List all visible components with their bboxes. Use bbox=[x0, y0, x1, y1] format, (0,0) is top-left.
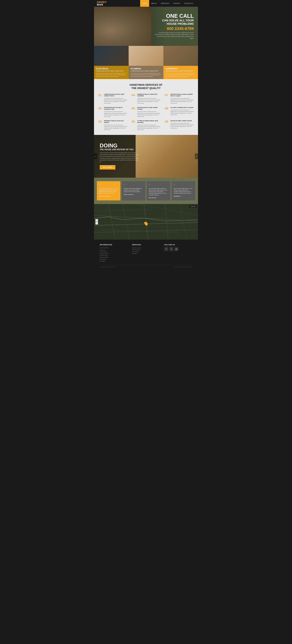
quality-item-title: ULLAMCO LABORIS NISI UT ALIQUIP bbox=[170, 107, 194, 108]
footer-info-link[interactable]: Incididunt ut labore bbox=[100, 253, 128, 255]
service-carpentry-image bbox=[164, 46, 198, 66]
hero-line3: HOUSE PROBLEMS bbox=[141, 22, 194, 26]
footer-info-link[interactable]: Elit enim ad minim bbox=[100, 256, 128, 258]
quality-number: 01 bbox=[98, 94, 102, 97]
social-icon-g+[interactable]: g+ bbox=[174, 247, 178, 251]
map-zoom-controls: + − bbox=[96, 219, 98, 224]
quality-item-title: DESERUNT MOLLIT ANIM ID EST LABORUM bbox=[137, 94, 160, 97]
doing-content: DOING THE HOUSE JOB INSTEAD OF YOU Lorem… bbox=[94, 143, 140, 170]
footer-follow-title: FOLLOW US bbox=[164, 244, 192, 246]
quality-item: 06 UT ENIM AD MINIM VENIAM, QUIS NOSTRUD… bbox=[132, 120, 160, 130]
svg-line-7 bbox=[180, 204, 186, 240]
footer-info-links: Conse cteturEiusmod temporIncididunt ut … bbox=[100, 249, 128, 262]
quality-text: ULLAMCO LABORIS NISI UT ALIQUIP Lorem ip… bbox=[170, 107, 194, 116]
nav-contacts[interactable]: CONTACTS bbox=[182, 0, 195, 7]
testimonial-name: SUNT IN CULPA bbox=[124, 194, 143, 195]
quality-item-title: LOREM IPSUM DOLOR SIT AMET CONSE CTETUR bbox=[104, 94, 127, 97]
nav-events[interactable]: EVENTS bbox=[171, 0, 182, 7]
hero-line1: ONE CALL bbox=[141, 13, 194, 19]
map-zoom-in[interactable]: + bbox=[96, 219, 98, 222]
doing-desc: Lorem ipsum dolor sit amet conse ctetur … bbox=[100, 152, 140, 163]
quality-text: EXERCITATION ULLAMCO LABORIS NISI UT ALI… bbox=[170, 94, 194, 104]
quality-item: 05 IPSUM DOLOR SIT AMET CONSE CTETUR Lor… bbox=[132, 107, 160, 117]
quality-text: UT ENIM AD MINIM VENIAM, QUIS NOSTRUD Lo… bbox=[137, 120, 160, 130]
carousel-next[interactable]: › bbox=[195, 154, 198, 159]
testimonial-card: " Sed do eiusmod tempor incididunt ut la… bbox=[147, 181, 170, 200]
quality-number: 02 bbox=[98, 107, 102, 110]
footer-info-link[interactable]: Exercitation bbox=[100, 260, 128, 262]
nav-home[interactable]: HOME bbox=[140, 0, 149, 7]
service-carpentry[interactable]: CARPENTRY LOREM IPSUM DOLOR SIT AMET CON… bbox=[164, 46, 198, 79]
footer-grid: INFORMATION Lorem ipsum dolor Conse ctet… bbox=[100, 244, 192, 262]
quality-item-desc: Lorem ipsum dolor sit amet conse ctetur … bbox=[170, 98, 194, 104]
testimonial-name: QUI OFFICIA bbox=[149, 197, 168, 198]
quality-item-desc: Lorem ipsum dolor sit amet conse ctetur … bbox=[104, 124, 127, 130]
footer-service-link[interactable]: Quis nostrud ut bbox=[132, 251, 160, 252]
quality-item-title: DOLOR SIT AMET CONSE CTETUR bbox=[170, 120, 194, 122]
footer-service-link[interactable]: Incididunt ut labore bbox=[132, 247, 160, 249]
quality-item-title: EXERCITATION ULLAMCO LABORIS NISI UT ALI… bbox=[170, 94, 194, 97]
service-plumbing-title: PLUMBING bbox=[130, 68, 161, 70]
quality-item: 07 EXERCITATION ULLAMCO LABORIS NISI UT … bbox=[165, 94, 194, 104]
quality-item: 01 LOREM IPSUM DOLOR SIT AMET CONSE CTET… bbox=[98, 94, 127, 104]
map-zoom-out[interactable]: − bbox=[96, 222, 98, 224]
footer-info-link[interactable]: Et dolore magna bbox=[100, 255, 128, 256]
quality-text: DOLOR SIT AMET CONSE CTETUR Lorem ipsum … bbox=[170, 120, 194, 129]
footer-privacy: TemplateMonster © 2015. Privacy Policy bbox=[174, 266, 192, 268]
service-carpentry-title: CARPENTRY bbox=[165, 68, 196, 70]
quality-item-desc: Lorem ipsum dolor sit amet conse ctetur … bbox=[137, 111, 160, 117]
hero-phone[interactable]: 800 2345-6789 bbox=[141, 26, 194, 31]
service-carpentry-desc: Lorem ipsum dolor sit amet conse ctetur … bbox=[165, 72, 196, 77]
quality-item-desc: Lorem ipsum dolor sit amet conse ctetur … bbox=[170, 109, 194, 116]
footer-follow: FOLLOW US ftg+ bbox=[164, 244, 192, 262]
social-icon-f[interactable]: f bbox=[164, 247, 168, 251]
quality-text: PRODIENT, SUNT IN CULPA QUI OFFICIA Lore… bbox=[104, 120, 127, 130]
doing-subtitle: THE HOUSE JOB INSTEAD OF YOU bbox=[100, 148, 140, 150]
quality-number: 05 bbox=[132, 107, 136, 110]
footer-info-link[interactable]: Conse ctetur bbox=[100, 249, 128, 251]
footer-service-link[interactable]: Exercitation bbox=[132, 252, 160, 254]
quality-item-title: UT ENIM AD MINIM VENIAM, QUIS NOSTRUD bbox=[137, 120, 160, 123]
testimonial-text: Labore et dolore magna aliqua. Ut enim a… bbox=[174, 188, 193, 194]
quality-item-title: PRODIENT, SUNT IN CULPA QUI OFFICIA bbox=[104, 120, 127, 123]
service-electrical[interactable]: ELECTRICAL LOREM IPSUM DOLOR SIT AMET CO… bbox=[94, 46, 128, 79]
testimonial-name: LOREM IPSUM DOL bbox=[99, 196, 118, 197]
footer-bottom: © Handyman/Entrepreneurship.com Template… bbox=[100, 265, 192, 268]
footer-info-link[interactable]: Quis nostrud bbox=[100, 258, 128, 260]
quality-title: HANDYMAN SERVICES OFTHE HIGHEST QUALITY bbox=[98, 83, 194, 90]
logo-handy: HANDY bbox=[97, 1, 107, 4]
quality-item-desc: Lorem ipsum dolor sit amet conse ctetur … bbox=[137, 124, 160, 130]
quality-item: 09 DOLOR SIT AMET CONSE CTETUR Lorem ips… bbox=[165, 120, 194, 130]
footer-services: SERVICES Incididunt ut laboreUt enim ad … bbox=[132, 244, 160, 262]
service-plumbing[interactable]: PLUMBING LOREM IPSUM DOLOR SIT AMET CONS… bbox=[128, 46, 163, 79]
quality-item-desc: Lorem ipsum dolor sit amet conse ctetur … bbox=[170, 122, 194, 129]
social-icons: ftg+ bbox=[164, 247, 192, 251]
footer-info-link[interactable]: Eiusmod tempor bbox=[100, 251, 128, 253]
map-expand-button[interactable]: Larger Map bbox=[189, 206, 196, 208]
doing-wood-image bbox=[136, 135, 198, 178]
quality-number: 04 bbox=[132, 94, 136, 97]
nav-services[interactable]: SERVICES bbox=[159, 0, 171, 7]
quality-section: HANDYMAN SERVICES OFTHE HIGHEST QUALITY … bbox=[94, 79, 198, 135]
service-electrical-title: ELECTRICAL bbox=[96, 68, 127, 70]
doing-title: DOING bbox=[100, 143, 140, 148]
hero-section: ONE CALL CAN SOLVE ALL YOUR HOUSE PROBLE… bbox=[94, 7, 198, 46]
navbar: HANDY MAN HOME ABOUT SERVICES EVENTS CON… bbox=[94, 0, 198, 7]
svg-line-9 bbox=[137, 204, 198, 216]
quality-item: 08 ULLAMCO LABORIS NISI UT ALIQUIP Lorem… bbox=[165, 107, 194, 117]
hero-line2: CAN SOLVE ALL YOUR bbox=[141, 19, 194, 22]
map-section[interactable]: Larger Map + − bbox=[94, 204, 198, 240]
svg-line-3 bbox=[108, 204, 116, 240]
read-more-button[interactable]: READ MORE bbox=[100, 165, 116, 170]
quote-mark: " bbox=[99, 183, 118, 187]
quality-item: 03 PRODIENT, SUNT IN CULPA QUI OFFICIA L… bbox=[98, 120, 127, 130]
quality-item-title: IPSUM DOLOR SIT AMET CONSE CTETUR bbox=[137, 107, 160, 110]
quality-item-title: EXCEPTEUR SINT OCCAECAT CUPIDATAT NON bbox=[104, 107, 127, 110]
nav-about[interactable]: ABOUT bbox=[149, 0, 159, 7]
footer-service-link[interactable]: Ut enim ad minim bbox=[132, 249, 160, 251]
logo[interactable]: HANDY MAN bbox=[97, 1, 107, 6]
carousel-prev[interactable]: ‹ bbox=[94, 154, 97, 159]
footer-services-title: SERVICES bbox=[132, 244, 160, 246]
social-icon-t[interactable]: t bbox=[169, 247, 173, 251]
hero-content: ONE CALL CAN SOLVE ALL YOUR HOUSE PROBLE… bbox=[141, 13, 198, 40]
